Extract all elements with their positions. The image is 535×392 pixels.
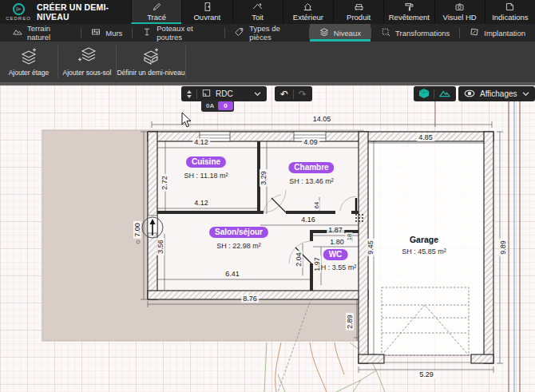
dim-label: 5.29 — [418, 370, 435, 378]
paint-roller-icon — [404, 2, 414, 12]
button-label: Définir un demi-niveau — [117, 69, 184, 77]
tab-label: Tracé — [147, 13, 166, 22]
cedreo-logo-text: CEDREO — [6, 16, 31, 21]
tab-trace[interactable]: Tracé — [131, 0, 181, 24]
subtab-label: Poteaux et poutres — [157, 24, 215, 42]
dim-label: 14.05 — [311, 115, 333, 123]
subtab-label: Murs — [105, 29, 122, 38]
garage-opening-lines — [384, 355, 471, 362]
subtab-types-de-pieces[interactable]: Types de pièces — [225, 24, 309, 42]
redo-button[interactable]: ↷ — [299, 89, 307, 100]
dim-label: 2.89 — [346, 313, 354, 331]
add-floor-button[interactable]: Ajouter étage — [0, 42, 57, 82]
dim-label: 7.00 — [133, 221, 141, 239]
subtab-niveaux[interactable]: Niveaux — [310, 24, 371, 42]
tab-ouvrant[interactable]: Ouvrant — [181, 0, 232, 24]
room-area-cuisine: SH : 11.18 m² — [184, 172, 228, 180]
tab-revetement[interactable]: Revêtement — [383, 0, 434, 24]
add-basement-button[interactable]: Ajouter sous-sol — [58, 42, 116, 82]
dim-label: 6.41 — [224, 270, 241, 278]
subtab-terrain-naturel[interactable]: Terrain naturel — [3, 24, 81, 42]
subtab-label: Transformations — [395, 29, 450, 38]
separator — [434, 89, 434, 99]
room-label-garage[interactable]: Garage — [410, 235, 438, 244]
dim-label: 8.76 — [241, 295, 259, 303]
dim-label: 4.09 — [302, 138, 319, 146]
ribbon: Ajouter étage Ajouter sous-sol Définir u… — [0, 42, 535, 85]
sub-toolbar: Terrain naturel Murs Poteaux et poutres … — [0, 24, 535, 42]
subtab-label: Terrain naturel — [27, 24, 71, 42]
tab-label: Indications — [492, 13, 528, 22]
floor-plan-icon — [202, 89, 211, 99]
tab-label: Ouvrant — [193, 13, 220, 22]
displays-label: Affichages — [480, 89, 517, 98]
undo-redo-group: ↶ ↷ — [275, 86, 312, 101]
compass-icon — [470, 27, 479, 38]
dim-label: 18 — [346, 232, 353, 242]
tab-label: Revêtement — [389, 13, 430, 22]
tab-indications[interactable]: Indications — [485, 0, 535, 24]
tab-exterieur[interactable]: Extérieur — [283, 0, 333, 24]
room-area-garage: SH : 45.85 m² — [402, 247, 446, 255]
cube-3d-icon[interactable] — [419, 89, 429, 100]
tab-label: Toit — [252, 13, 264, 22]
tab-label: Visuel HD — [443, 13, 477, 22]
level-badge-right: 0 — [218, 101, 232, 110]
tab-produit[interactable]: Produit — [333, 0, 383, 24]
dim-label: 4.12 — [192, 199, 210, 207]
house-icon — [303, 2, 313, 12]
cedreo-logo-icon: ⌲ — [13, 3, 25, 15]
tab-toit[interactable]: Toit — [232, 0, 283, 24]
room-label-cuisine[interactable]: Cuisine — [186, 156, 226, 168]
floor-plan-drawing — [0, 85, 535, 392]
dim-label: 64 — [313, 200, 320, 210]
dim-label: 9.89 — [499, 239, 507, 256]
dim-label: 1.97 — [313, 255, 321, 273]
pencil-icon — [152, 2, 162, 12]
displays-dropdown[interactable]: Affichages — [458, 86, 535, 101]
floor-selector-value: RDC — [216, 89, 233, 98]
room-area-wc: SH : 3.55 m² — [316, 263, 357, 271]
subtab-murs[interactable]: Murs — [81, 24, 132, 42]
sofa-icon — [354, 2, 364, 12]
level-badge[interactable]: 0A 0 — [201, 100, 234, 112]
top-bar: ⌲ CEDREO CRÉER UN DEMI-NIVEAU Tracé Ouvr… — [0, 0, 535, 24]
subtab-label: Niveaux — [334, 29, 361, 38]
main-tabs: Tracé Ouvrant Toit Extérieur Produit Rev… — [131, 0, 535, 24]
dim-label: 3.56 — [157, 238, 164, 255]
define-half-level-button[interactable]: Définir un demi-niveau — [117, 42, 185, 82]
dim-label: 3.29 — [260, 169, 268, 187]
cedreo-logo: ⌲ CEDREO — [0, 0, 37, 24]
dim-label: 1.87 — [327, 226, 344, 234]
view-mode-group — [414, 86, 456, 101]
subtab-transformations[interactable]: Transformations — [371, 24, 459, 42]
add-floor-icon — [19, 47, 38, 66]
transform-icon — [381, 27, 390, 38]
room-label-salon[interactable]: Salon/séjour — [209, 227, 268, 238]
dim-label: 1.80 — [328, 238, 346, 246]
tag-icon — [235, 27, 244, 38]
door-icon — [202, 2, 212, 12]
floor-spinner[interactable] — [187, 90, 192, 98]
move-handle[interactable] — [355, 214, 363, 222]
half-level-icon — [141, 47, 160, 66]
undo-button[interactable]: ↶ — [280, 89, 288, 100]
subtab-poteaux-et-poutres[interactable]: Poteaux et poutres — [133, 24, 224, 42]
tab-visuel-hd[interactable]: Visuel HD — [434, 0, 485, 24]
level-badge-left: 0A — [202, 102, 218, 109]
beam-icon — [142, 27, 152, 38]
floor-plan-canvas[interactable]: RDC ↶ ↷ 0A 0 Affichages — [0, 85, 535, 392]
bricks-icon — [91, 27, 101, 38]
dim-label: 4.85 — [417, 133, 434, 141]
room-label-wc[interactable]: WC — [323, 249, 348, 260]
dim-label: 9.45 — [367, 239, 374, 256]
layers-icon — [319, 27, 329, 38]
page-title: CRÉER UN DEMI-NIVEAU — [37, 0, 131, 24]
room-area-salon: SH : 22.98 m² — [216, 242, 261, 250]
room-area-chambre: SH : 13.46 m² — [289, 177, 334, 185]
dim-label: 4.16 — [299, 216, 317, 224]
room-label-chambre[interactable]: Chambre — [288, 162, 334, 173]
add-basement-icon — [77, 47, 97, 66]
terrain-view-icon[interactable] — [439, 89, 450, 99]
subtab-implantation[interactable]: Implantation — [460, 24, 535, 42]
